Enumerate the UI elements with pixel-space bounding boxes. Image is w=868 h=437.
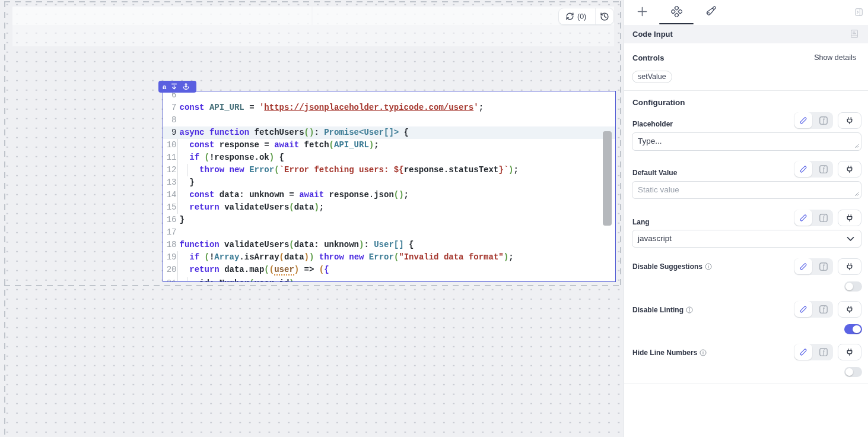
svg-text:f: f bbox=[822, 165, 825, 173]
svg-text:f: f bbox=[822, 262, 825, 270]
svg-text:f: f bbox=[822, 116, 825, 124]
svg-text:f: f bbox=[822, 305, 825, 313]
svg-text:f: f bbox=[822, 348, 825, 356]
svg-text:f: f bbox=[822, 214, 825, 221]
